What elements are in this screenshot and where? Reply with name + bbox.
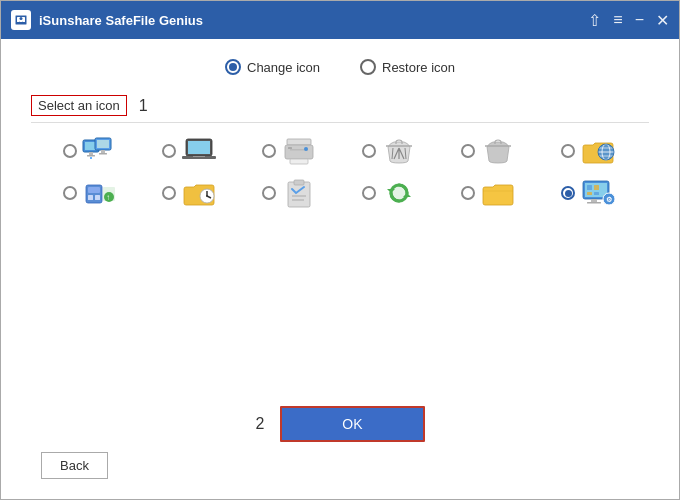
monitors-icon [81, 135, 119, 167]
section-header: Select an icon 1 [31, 95, 649, 123]
svg-rect-13 [188, 141, 210, 154]
svg-rect-39 [288, 182, 310, 207]
svg-point-38 [206, 195, 208, 197]
svg-rect-50 [587, 192, 592, 195]
svg-rect-51 [594, 192, 599, 195]
laptop-icon [180, 135, 218, 167]
svg-rect-18 [290, 159, 308, 164]
footer-row: Back [31, 452, 649, 479]
icon-usb[interactable]: ↑ [63, 177, 119, 209]
svg-rect-10 [99, 153, 107, 155]
svg-rect-31 [95, 195, 100, 200]
app-window: iSunshare SafeFile Genius ⇧ ≡ − ✕ Change… [0, 0, 680, 500]
icon-globe-folder-radio[interactable] [561, 144, 575, 158]
titlebar: iSunshare SafeFile Genius ⇧ ≡ − ✕ [1, 1, 679, 39]
icon-usb-radio[interactable] [63, 186, 77, 200]
icon-recycle-full[interactable] [362, 135, 418, 167]
svg-rect-53 [587, 202, 601, 204]
svg-rect-49 [594, 185, 599, 190]
svg-point-20 [304, 147, 308, 151]
change-icon-radio[interactable] [225, 59, 241, 75]
refresh-icon [380, 177, 418, 209]
icon-recycle-full-radio[interactable] [362, 144, 376, 158]
main-content: Change icon Restore icon Select an icon … [1, 39, 679, 499]
window-controls: ⇧ ≡ − ✕ [588, 11, 669, 30]
close-icon[interactable]: ✕ [656, 11, 669, 30]
icon-clipboard-radio[interactable] [262, 186, 276, 200]
icon-clipboard[interactable] [262, 177, 318, 209]
svg-rect-29 [88, 187, 100, 193]
icon-clock-folder[interactable] [162, 177, 218, 209]
icon-screen-settings-radio[interactable] [561, 186, 575, 200]
printer-icon [280, 135, 318, 167]
restore-icon-radio[interactable] [360, 59, 376, 75]
icon-trash[interactable] [461, 135, 517, 167]
share-icon[interactable]: ⇧ [588, 11, 601, 30]
svg-rect-30 [88, 195, 93, 200]
menu-icon[interactable]: ≡ [613, 11, 622, 29]
bottom-area: 2 OK [31, 406, 649, 442]
ok-button[interactable]: OK [280, 406, 424, 442]
select-icon-label: Select an icon [31, 95, 127, 116]
back-button[interactable]: Back [41, 452, 108, 479]
svg-rect-48 [587, 185, 592, 190]
svg-rect-21 [288, 147, 292, 149]
svg-rect-15 [193, 156, 205, 157]
clock-folder-icon [180, 177, 218, 209]
icon-yellow-folder-radio[interactable] [461, 186, 475, 200]
svg-rect-16 [287, 139, 311, 145]
minimize-icon[interactable]: − [635, 11, 644, 29]
svg-point-11 [90, 157, 92, 159]
icons-row-2: ↑ [41, 177, 639, 209]
app-icon [11, 10, 31, 30]
icon-clock-folder-radio[interactable] [162, 186, 176, 200]
icon-trash-radio[interactable] [461, 144, 475, 158]
icon-laptop[interactable] [162, 135, 218, 167]
icon-printer-radio[interactable] [262, 144, 276, 158]
recycle-full-icon [380, 135, 418, 167]
globe-folder-icon [579, 135, 617, 167]
svg-rect-52 [591, 199, 597, 202]
clipboard-icon [280, 177, 318, 209]
icon-globe-folder[interactable] [561, 135, 617, 167]
icon-screen-settings[interactable]: ⚙ [561, 177, 617, 209]
svg-point-2 [20, 17, 23, 20]
svg-rect-5 [89, 152, 93, 155]
restore-icon-option[interactable]: Restore icon [360, 59, 455, 75]
svg-rect-9 [101, 150, 105, 153]
screen-settings-icon: ⚙ [579, 177, 617, 209]
radio-group: Change icon Restore icon [31, 59, 649, 75]
svg-rect-8 [97, 140, 109, 148]
icon-monitors-radio[interactable] [63, 144, 77, 158]
usb-icon: ↑ [81, 177, 119, 209]
icon-laptop-radio[interactable] [162, 144, 176, 158]
icon-refresh[interactable] [362, 177, 418, 209]
step-number: 1 [139, 97, 148, 115]
svg-rect-6 [87, 155, 95, 157]
trash-icon [479, 135, 517, 167]
icon-monitors[interactable] [63, 135, 119, 167]
app-title: iSunshare SafeFile Genius [39, 13, 588, 28]
restore-icon-label: Restore icon [382, 60, 455, 75]
icon-yellow-folder[interactable] [461, 177, 517, 209]
yellow-folder-icon [479, 177, 517, 209]
icons-grid: ↑ [31, 135, 649, 209]
change-icon-label: Change icon [247, 60, 320, 75]
icon-printer[interactable] [262, 135, 318, 167]
step2-row: 2 OK [255, 406, 424, 442]
icon-refresh-radio[interactable] [362, 186, 376, 200]
change-icon-option[interactable]: Change icon [225, 59, 320, 75]
svg-rect-40 [294, 180, 304, 185]
icons-row-1 [41, 135, 639, 167]
svg-text:↑: ↑ [106, 193, 110, 202]
svg-text:⚙: ⚙ [606, 196, 612, 203]
step2-number: 2 [255, 415, 264, 433]
